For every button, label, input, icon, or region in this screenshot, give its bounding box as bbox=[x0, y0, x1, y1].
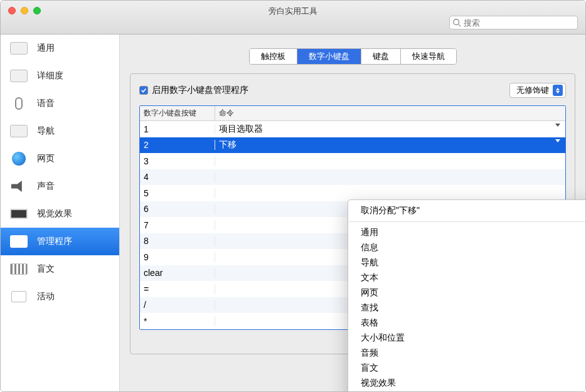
menu-item-label: 大小和位置 bbox=[361, 332, 405, 344]
sidebar-item-label: 活动 bbox=[37, 291, 55, 302]
sidebar-item-label: 通用 bbox=[37, 43, 55, 54]
menu-item-audio[interactable]: 音频 bbox=[348, 346, 585, 361]
menu-item-braille[interactable]: 盲文 bbox=[348, 361, 585, 376]
globe-icon bbox=[9, 152, 28, 166]
menu-item-label: 导航 bbox=[361, 257, 378, 268]
main-pane: 触控板 数字小键盘 键盘 快速导航 启用数字小键盘管理程序 无修饰键 bbox=[120, 34, 585, 391]
sidebar-item-navigation[interactable]: 导航 bbox=[1, 117, 119, 145]
modifier-popup[interactable]: 无修饰键 bbox=[509, 83, 566, 98]
table-row[interactable]: 3 bbox=[140, 153, 565, 169]
sidebar-item-verbosity[interactable]: 详细度 bbox=[1, 62, 119, 90]
commanders-icon bbox=[9, 235, 28, 248]
body: 通用 详细度 语音 导航 网页 声音 bbox=[1, 34, 585, 391]
cell-cmd[interactable]: 下移 bbox=[215, 139, 565, 151]
sidebar-item-label: 盲文 bbox=[37, 263, 55, 275]
menu-item-label: 查找 bbox=[361, 302, 378, 314]
cell-key: 4 bbox=[140, 172, 215, 182]
cell-key: 1 bbox=[140, 124, 215, 134]
sidebar-item-label: 网页 bbox=[37, 153, 55, 164]
sidebar-item-label: 视觉效果 bbox=[37, 208, 72, 220]
enable-checkbox-wrap[interactable]: 启用数字小键盘管理程序 bbox=[139, 85, 248, 96]
enable-checkbox-label: 启用数字小键盘管理程序 bbox=[152, 85, 248, 96]
sidebar-item-label: 详细度 bbox=[37, 70, 63, 82]
sidebar-item-general[interactable]: 通用 bbox=[1, 34, 119, 62]
menu-item-find[interactable]: 查找 bbox=[348, 300, 585, 315]
menu-item-web[interactable]: 网页 bbox=[348, 285, 585, 300]
search-wrap bbox=[449, 16, 578, 29]
table-row[interactable]: 1 项目选取器 bbox=[140, 121, 565, 137]
menu-item-label: 取消分配"下移" bbox=[361, 205, 420, 216]
cell-key: = bbox=[140, 284, 215, 294]
menu-item-label: 盲文 bbox=[361, 363, 378, 374]
chevron-down-icon bbox=[555, 139, 560, 142]
table-header: 数字小键盘按键 命令 bbox=[140, 106, 565, 121]
general-icon bbox=[9, 41, 28, 55]
cell-key: 9 bbox=[140, 252, 215, 262]
cell-key: 8 bbox=[140, 236, 215, 246]
menu-item-visuals[interactable]: 视觉效果 bbox=[348, 376, 585, 391]
cell-key: / bbox=[140, 300, 215, 310]
menu-item-tables[interactable]: 表格 bbox=[348, 315, 585, 331]
panel-top-row: 启用数字小键盘管理程序 无修饰键 bbox=[139, 83, 566, 98]
app-window: 旁白实用工具 通用 详细度 语音 导航 bbox=[0, 0, 586, 392]
menu-separator bbox=[349, 221, 585, 222]
cell-cmd: 项目选取器 bbox=[215, 124, 565, 135]
menu-item-label: 文本 bbox=[361, 272, 378, 283]
menu-item-label: 信息 bbox=[361, 242, 378, 253]
nav-icon bbox=[9, 124, 28, 138]
search-icon bbox=[452, 18, 461, 27]
verbosity-icon bbox=[9, 69, 28, 83]
menu-item-unassign[interactable]: 取消分配"下移" bbox=[348, 203, 585, 218]
table-row[interactable]: 4 bbox=[140, 169, 565, 186]
mic-icon bbox=[9, 97, 28, 110]
svg-point-0 bbox=[454, 19, 459, 25]
tab-quicknav[interactable]: 快速导航 bbox=[401, 49, 456, 64]
tab-keyboard[interactable]: 键盘 bbox=[361, 49, 401, 64]
sidebar-item-activities[interactable]: 活动 bbox=[1, 283, 119, 310]
cell-key: 3 bbox=[140, 156, 215, 166]
sidebar-item-web[interactable]: 网页 bbox=[1, 145, 119, 172]
chevron-down-icon bbox=[555, 124, 560, 127]
cell-key: 6 bbox=[140, 204, 215, 214]
menu-item-text[interactable]: 文本 bbox=[348, 270, 585, 285]
menu-item-size-position[interactable]: 大小和位置 bbox=[348, 331, 585, 346]
visuals-icon bbox=[9, 207, 28, 221]
cell-key: * bbox=[140, 316, 215, 326]
sidebar-item-speech[interactable]: 语音 bbox=[1, 90, 119, 117]
th-cmd[interactable]: 命令 bbox=[215, 106, 565, 120]
sidebar-item-sound[interactable]: 声音 bbox=[1, 172, 119, 200]
sidebar-item-label: 导航 bbox=[37, 125, 55, 137]
sidebar-item-label: 管理程序 bbox=[37, 236, 72, 247]
menu-item-navigation[interactable]: 导航 bbox=[348, 255, 585, 270]
th-key[interactable]: 数字小键盘按键 bbox=[140, 106, 215, 120]
cell-key: 2 bbox=[140, 140, 215, 150]
menu-item-speech[interactable]: 语音 bbox=[348, 391, 585, 391]
tab-bar: 触控板 数字小键盘 键盘 快速导航 bbox=[130, 48, 575, 65]
menu-item-label: 表格 bbox=[361, 317, 378, 329]
sidebar-item-visuals[interactable]: 视觉效果 bbox=[1, 200, 119, 228]
tab-trackpad[interactable]: 触控板 bbox=[250, 49, 297, 64]
speaker-icon bbox=[9, 179, 28, 193]
menu-item-general[interactable]: 通用 bbox=[348, 225, 585, 240]
sidebar-item-braille[interactable]: 盲文 bbox=[1, 255, 119, 283]
menu-item-info[interactable]: 信息 bbox=[348, 240, 585, 255]
popup-stepper-icon bbox=[553, 85, 563, 96]
menu-item-label: 视觉效果 bbox=[361, 378, 396, 389]
checkmark-icon[interactable] bbox=[139, 86, 148, 95]
cell-key: 5 bbox=[140, 188, 215, 198]
sidebar-item-commanders[interactable]: 管理程序 bbox=[1, 228, 119, 255]
sidebar-item-label: 语音 bbox=[37, 98, 55, 109]
cell-key: 7 bbox=[140, 220, 215, 230]
table-row[interactable]: 2 下移 bbox=[140, 137, 565, 154]
activities-icon bbox=[9, 290, 28, 304]
braille-icon bbox=[9, 262, 28, 276]
titlebar: 旁白实用工具 bbox=[1, 1, 585, 34]
tab-numpad[interactable]: 数字小键盘 bbox=[297, 49, 361, 64]
menu-item-label: 通用 bbox=[361, 227, 378, 238]
command-menu: 取消分配"下移" 通用 信息 导航 文本 bbox=[348, 199, 585, 391]
search-input[interactable] bbox=[449, 16, 578, 29]
cell-key: clear bbox=[140, 268, 215, 278]
table-row[interactable]: 5 bbox=[140, 185, 565, 201]
modifier-popup-value: 无修饰键 bbox=[516, 85, 549, 96]
sidebar-item-label: 声音 bbox=[37, 181, 55, 192]
